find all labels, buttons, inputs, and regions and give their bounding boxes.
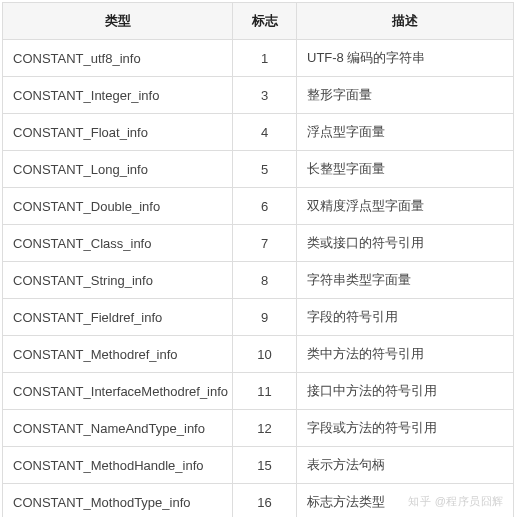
table-header-row: 类型 标志 描述 xyxy=(3,3,514,40)
table-row: CONSTANT_MothodType_info16标志方法类型 xyxy=(3,484,514,518)
table-row: CONSTANT_Double_info6双精度浮点型字面量 xyxy=(3,188,514,225)
cell-flag: 3 xyxy=(233,77,297,114)
table-row: CONSTANT_Class_info7类或接口的符号引用 xyxy=(3,225,514,262)
cell-flag: 7 xyxy=(233,225,297,262)
cell-desc: UTF-8 编码的字符串 xyxy=(297,40,514,77)
cell-flag: 1 xyxy=(233,40,297,77)
cell-type: CONSTANT_Fieldref_info xyxy=(3,299,233,336)
constant-pool-table: 类型 标志 描述 CONSTANT_utf8_info1UTF-8 编码的字符串… xyxy=(2,2,514,517)
cell-desc: 类中方法的符号引用 xyxy=(297,336,514,373)
cell-flag: 16 xyxy=(233,484,297,518)
table-row: CONSTANT_InterfaceMethodref_info11接口中方法的… xyxy=(3,373,514,410)
cell-desc: 整形字面量 xyxy=(297,77,514,114)
table-row: CONSTANT_MethodHandle_info15表示方法句柄 xyxy=(3,447,514,484)
cell-type: CONSTANT_Double_info xyxy=(3,188,233,225)
cell-flag: 10 xyxy=(233,336,297,373)
table-row: CONSTANT_NameAndType_info12字段或方法的符号引用 xyxy=(3,410,514,447)
cell-type: CONSTANT_NameAndType_info xyxy=(3,410,233,447)
cell-desc: 长整型字面量 xyxy=(297,151,514,188)
cell-desc: 字段或方法的符号引用 xyxy=(297,410,514,447)
header-desc: 描述 xyxy=(297,3,514,40)
cell-desc: 类或接口的符号引用 xyxy=(297,225,514,262)
cell-type: CONSTANT_MethodHandle_info xyxy=(3,447,233,484)
cell-flag: 9 xyxy=(233,299,297,336)
cell-desc: 字段的符号引用 xyxy=(297,299,514,336)
table-row: CONSTANT_Fieldref_info9字段的符号引用 xyxy=(3,299,514,336)
header-type: 类型 xyxy=(3,3,233,40)
table-row: CONSTANT_utf8_info1UTF-8 编码的字符串 xyxy=(3,40,514,77)
cell-flag: 8 xyxy=(233,262,297,299)
cell-desc: 标志方法类型 xyxy=(297,484,514,518)
table-row: CONSTANT_Integer_info3整形字面量 xyxy=(3,77,514,114)
cell-type: CONSTANT_utf8_info xyxy=(3,40,233,77)
cell-flag: 12 xyxy=(233,410,297,447)
cell-desc: 接口中方法的符号引用 xyxy=(297,373,514,410)
table-row: CONSTANT_Float_info4浮点型字面量 xyxy=(3,114,514,151)
cell-type: CONSTANT_Long_info xyxy=(3,151,233,188)
cell-type: CONSTANT_Class_info xyxy=(3,225,233,262)
cell-type: CONSTANT_String_info xyxy=(3,262,233,299)
cell-type: CONSTANT_Float_info xyxy=(3,114,233,151)
cell-type: CONSTANT_Integer_info xyxy=(3,77,233,114)
cell-flag: 6 xyxy=(233,188,297,225)
table-row: CONSTANT_Long_info5长整型字面量 xyxy=(3,151,514,188)
cell-flag: 11 xyxy=(233,373,297,410)
header-flag: 标志 xyxy=(233,3,297,40)
cell-desc: 浮点型字面量 xyxy=(297,114,514,151)
cell-flag: 4 xyxy=(233,114,297,151)
cell-desc: 表示方法句柄 xyxy=(297,447,514,484)
cell-flag: 15 xyxy=(233,447,297,484)
table-row: CONSTANT_Methodref_info10类中方法的符号引用 xyxy=(3,336,514,373)
cell-desc: 字符串类型字面量 xyxy=(297,262,514,299)
cell-flag: 5 xyxy=(233,151,297,188)
cell-type: CONSTANT_InterfaceMethodref_info xyxy=(3,373,233,410)
table-row: CONSTANT_String_info8字符串类型字面量 xyxy=(3,262,514,299)
cell-desc: 双精度浮点型字面量 xyxy=(297,188,514,225)
cell-type: CONSTANT_Methodref_info xyxy=(3,336,233,373)
cell-type: CONSTANT_MothodType_info xyxy=(3,484,233,518)
